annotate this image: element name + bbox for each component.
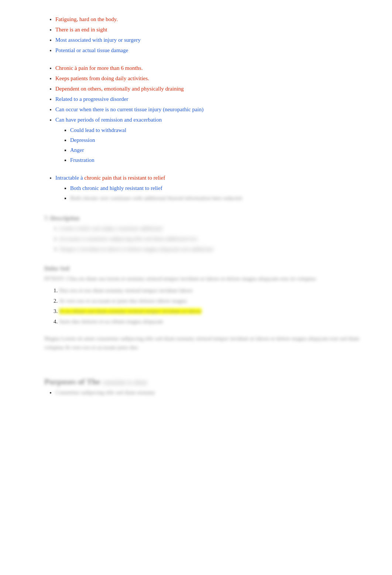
arrow: à (75, 65, 77, 71)
blurred-big-sublist: Consetetur sadipscing elitr sed diam non… (44, 388, 370, 397)
item-text: Fatiguing, hard on the body. (55, 16, 118, 22)
blurred-dolor-para: FFTEST: Clita est diam sea lorem et nonu… (44, 274, 370, 283)
blurred-item: Accusam à consetetur sadipscing elitr se… (59, 234, 370, 243)
sub-item: Could lead to withdrawal (70, 126, 370, 135)
item-text: Keeps patients from doing daily activiti… (55, 75, 149, 81)
list-item: Dependent on others, emotionally and phy… (55, 84, 370, 93)
blurred-big-item: Consetetur sadipscing elitr sed diam non… (55, 388, 370, 397)
sub-item-blurred: Both chronic text continues with additio… (70, 194, 370, 203)
chronic-intro: Chronic (55, 65, 75, 71)
blurred-text: Justo duo dolores et ea rebum magna aliq… (59, 319, 163, 324)
remission-sublist: Could lead to withdrawal Depression Ange… (55, 126, 370, 164)
sub-text: Frustration (70, 157, 94, 163)
list-item-chronic: Chronic à pain for more than 6 months. (55, 64, 370, 72)
list-item: Potential or actual tissue damage (55, 46, 370, 55)
blurred-text: Lorem à dolor sed sadips consetetur addi… (59, 225, 162, 231)
item-text: Related to a progressive disorder (55, 96, 128, 102)
list-item: Fatiguing, hard on the body. (55, 15, 370, 24)
blurred-para-block: Magna Lorem sit amet consetetur sadipsci… (44, 334, 370, 352)
list-item-intractable: Intractable à chronic pain that is resis… (55, 173, 370, 203)
item-text: Most associated with injury or surgery (55, 37, 141, 43)
list-item: Most associated with injury or surgery (55, 35, 370, 44)
blurred-big-item-text: Consetetur sadipscing elitr sed diam non… (55, 389, 155, 395)
blurred-numbered-list: Lorem à dolor sed sadips consetetur addi… (44, 224, 370, 254)
item-text: Can have periods of remission and exacer… (55, 117, 162, 123)
blurred-big-heading-rest: consetetur to about (102, 379, 147, 385)
blurred-item: Duo eos et eos diam nonumy eirmod tempor… (59, 286, 370, 295)
arrow: à (80, 175, 83, 181)
list-item: Related to a progressive disorder (55, 95, 370, 103)
sub-item: Both chronic and highly resistant to rel… (70, 184, 370, 193)
list-item: There is an end in sight (55, 25, 370, 34)
sub-item: Frustration (70, 156, 370, 164)
intractable-sublist: Both chronic and highly resistant to rel… (55, 184, 370, 203)
item-text: Dependent on others, emotionally and phy… (55, 86, 184, 92)
blurred-item: Justo duo dolores et ea rebum magna aliq… (59, 317, 370, 326)
blurred-item: Lorem à dolor sed sadips consetetur addi… (59, 224, 370, 233)
intractable-pain-list: Intractable à chronic pain that is resis… (44, 173, 370, 203)
list-item: Can occur when there is no current tissu… (55, 105, 370, 114)
main-content: Fatiguing, hard on the body. There is an… (44, 15, 370, 397)
sub-text-blurred: Both chronic text continues with additio… (70, 195, 242, 201)
item-text: Can occur when there is no current tissu… (55, 106, 204, 112)
sub-text: Could lead to withdrawal (70, 127, 126, 133)
acute-pain-list: Fatiguing, hard on the body. There is an… (44, 15, 370, 55)
blurred-big-section: Purposes of The consetetur to about Cons… (44, 377, 370, 397)
blurred-text: Duo eos et eos diam nonumy eirmod tempor… (59, 288, 193, 293)
blurred-dolor-section: Dolor Sed FFTEST: Clita est diam sea lor… (44, 265, 370, 326)
blurred-big-heading: Purposes of The consetetur to about (44, 377, 370, 387)
chronic-rest: pain for more than 6 months. (77, 65, 143, 71)
list-item-remission: Can have periods of remission and exacer… (55, 115, 370, 164)
item-text: Potential or actual tissue damage (55, 47, 128, 53)
item-text: There is an end in sight (55, 27, 107, 33)
blurred-dolor-numbered: Duo eos et eos diam nonumy eirmod tempor… (44, 286, 370, 326)
intractable-intro: Intractable (55, 175, 80, 181)
sub-item: Depression (70, 136, 370, 144)
intractable-rest: chronic pain that is resistant to relief (83, 175, 165, 181)
sub-text: Depression (70, 137, 95, 143)
sub-text: Both chronic and highly resistant to rel… (70, 185, 162, 191)
sub-text: Anger (70, 147, 84, 153)
blurred-text: Tempor à invidunt ut labore et dolore ma… (59, 246, 213, 252)
blurred-section-7: 7. Description Lorem à dolor sed sadips … (44, 215, 370, 254)
blurred-heading-7: 7. Description (44, 215, 370, 222)
blurred-dolor-heading: Dolor Sed (44, 265, 370, 272)
sub-item: Anger (70, 146, 370, 154)
blurred-text: Accusam à consetetur sadipscing elitr se… (59, 236, 197, 242)
chronic-pain-list: Chronic à pain for more than 6 months. K… (44, 64, 370, 164)
list-item: Keeps patients from doing daily activiti… (55, 74, 370, 83)
blurred-item: Tempor à invidunt ut labore et dolore ma… (59, 245, 370, 254)
blurred-text-highlighted: Et ea rebum sed diam nonumy eirmod tempo… (59, 308, 202, 314)
blurred-item-highlighted: Et ea rebum sed diam nonumy eirmod tempo… (59, 307, 370, 316)
blurred-text: At vero eos et accusam et justo duo dolo… (59, 298, 187, 304)
blurred-item: At vero eos et accusam et justo duo dolo… (59, 296, 370, 305)
